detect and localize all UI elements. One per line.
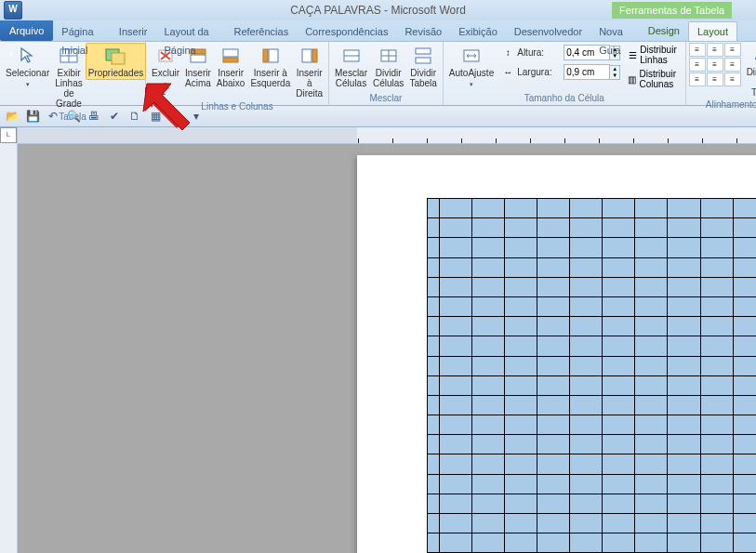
table-cell[interactable]	[635, 336, 668, 356]
table-cell[interactable]	[603, 435, 635, 454]
table-cell[interactable]	[428, 257, 440, 277]
table-cell[interactable]	[471, 474, 504, 494]
align-tl[interactable]: ≡	[689, 43, 706, 57]
table-cell[interactable]	[603, 238, 635, 257]
table-cell[interactable]	[733, 494, 756, 513]
table-cell[interactable]	[428, 296, 440, 316]
table-cell[interactable]	[733, 317, 756, 336]
table-cell[interactable]	[471, 494, 504, 513]
table-cell[interactable]	[603, 218, 635, 238]
file-tab[interactable]: Arquivo	[0, 20, 53, 41]
table-cell[interactable]	[439, 533, 471, 553]
table-cell[interactable]	[668, 218, 700, 238]
table-cell[interactable]	[668, 238, 700, 257]
table-cell[interactable]	[603, 494, 635, 513]
table-cell[interactable]	[603, 356, 635, 375]
table-cell[interactable]	[603, 296, 635, 316]
table-cell[interactable]	[471, 296, 504, 316]
table-cell[interactable]	[733, 277, 756, 296]
table-cell[interactable]	[635, 474, 668, 494]
insert-left-button[interactable]: Inserir à Esquerda	[247, 43, 293, 90]
tab-mailings[interactable]: Correspondências	[297, 22, 396, 41]
tab-home[interactable]: Página Inicial	[53, 22, 111, 41]
table-cell[interactable]	[733, 199, 756, 218]
table-cell[interactable]	[537, 317, 569, 336]
table-cell[interactable]	[439, 454, 471, 474]
table-cell[interactable]	[439, 257, 471, 277]
table-cell[interactable]	[439, 435, 471, 454]
table-cell[interactable]	[504, 317, 537, 336]
table-cell[interactable]	[700, 454, 733, 474]
table-cell[interactable]	[733, 336, 756, 356]
table-cell[interactable]	[570, 375, 603, 395]
document-table[interactable]	[427, 198, 756, 553]
table-cell[interactable]	[603, 375, 635, 395]
align-tr[interactable]: ≡	[724, 43, 741, 57]
table-cell[interactable]	[668, 474, 700, 494]
table-cell[interactable]	[570, 435, 603, 454]
table-cell[interactable]	[570, 277, 603, 296]
table-cell[interactable]	[504, 514, 537, 533]
table-cell[interactable]	[471, 375, 504, 395]
table-cell[interactable]	[570, 514, 603, 533]
align-tc[interactable]: ≡	[707, 43, 723, 57]
table-cell[interactable]	[537, 514, 569, 533]
qat-new-icon[interactable]: 🗋	[126, 108, 143, 125]
table-cell[interactable]	[603, 257, 635, 277]
table-cell[interactable]	[733, 356, 756, 375]
table-cell[interactable]	[537, 454, 569, 474]
table-cell[interactable]	[439, 277, 471, 296]
table-cell[interactable]	[635, 415, 668, 435]
table-cell[interactable]	[603, 395, 635, 415]
distribute-rows-button[interactable]: ☰ Distribuir Linhas	[628, 45, 682, 65]
col-width-spinner[interactable]: ▲▼	[610, 65, 620, 80]
table-cell[interactable]	[504, 296, 537, 316]
table-cell[interactable]	[668, 533, 700, 553]
table-cell[interactable]	[635, 317, 668, 336]
qat-undo-icon[interactable]: ↶	[45, 108, 61, 125]
table-cell[interactable]	[570, 218, 603, 238]
table-cell[interactable]	[428, 533, 440, 553]
table-cell[interactable]	[733, 375, 756, 395]
table-cell[interactable]	[668, 454, 700, 474]
document-canvas[interactable]	[18, 144, 756, 553]
tab-insert[interactable]: Inserir	[111, 22, 156, 41]
table-cell[interactable]	[700, 317, 733, 336]
table-cell[interactable]	[570, 474, 603, 494]
table-cell[interactable]	[570, 317, 603, 336]
table-cell[interactable]	[537, 474, 569, 494]
qat-save-icon[interactable]: 💾	[24, 108, 41, 125]
table-cell[interactable]	[439, 494, 471, 513]
table-cell[interactable]	[439, 199, 471, 218]
table-cell[interactable]	[570, 415, 603, 435]
table-cell[interactable]	[504, 533, 537, 553]
table-cell[interactable]	[504, 395, 537, 415]
table-cell[interactable]	[428, 317, 440, 336]
table-cell[interactable]	[471, 533, 504, 553]
table-cell[interactable]	[700, 435, 733, 454]
table-cell[interactable]	[635, 296, 668, 316]
table-cell[interactable]	[504, 375, 537, 395]
table-cell[interactable]	[537, 494, 569, 513]
tab-selector[interactable]: L	[0, 127, 17, 143]
table-cell[interactable]	[471, 395, 504, 415]
table-cell[interactable]	[537, 356, 569, 375]
table-cell[interactable]	[603, 514, 635, 533]
table-cell[interactable]	[471, 415, 504, 435]
table-cell[interactable]	[733, 415, 756, 435]
qat-spelling-icon[interactable]: ✔	[106, 108, 123, 125]
autofit-button[interactable]: AutoAjuste ▾	[446, 43, 497, 91]
table-cell[interactable]	[471, 238, 504, 257]
insert-below-button[interactable]: Inserir Abaixo	[214, 43, 248, 90]
table-cell[interactable]	[439, 474, 471, 494]
table-cell[interactable]	[733, 395, 756, 415]
table-cell[interactable]	[603, 277, 635, 296]
properties-button[interactable]: Propriedades	[86, 43, 146, 80]
table-cell[interactable]	[733, 435, 756, 454]
table-cell[interactable]	[471, 514, 504, 533]
table-cell[interactable]	[700, 257, 733, 277]
table-cell[interactable]	[570, 454, 603, 474]
table-cell[interactable]	[428, 277, 440, 296]
table-cell[interactable]	[537, 277, 569, 296]
tab-view[interactable]: Exibição	[450, 22, 506, 41]
